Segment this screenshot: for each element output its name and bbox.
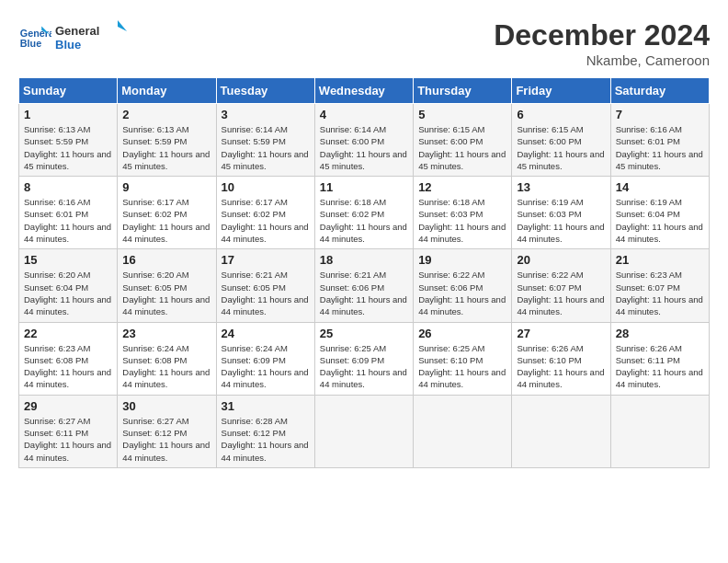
day-info: Sunrise: 6:15 AMSunset: 6:00 PMDaylight:… (418, 123, 506, 172)
calendar-cell: 18Sunrise: 6:21 AMSunset: 6:06 PMDayligh… (314, 249, 413, 322)
logo: General Blue General Blue (18, 18, 129, 59)
day-info: Sunrise: 6:21 AMSunset: 6:06 PMDaylight:… (320, 269, 408, 317)
day-info: Sunrise: 6:14 AMSunset: 5:59 PMDaylight:… (222, 123, 310, 172)
day-info: Sunrise: 6:27 AMSunset: 6:11 PMDaylight:… (24, 415, 112, 464)
day-number: 18 (320, 253, 408, 267)
svg-marker-6 (118, 20, 127, 31)
day-info: Sunrise: 6:13 AMSunset: 5:59 PMDaylight:… (122, 123, 210, 172)
calendar-cell: 25Sunrise: 6:25 AMSunset: 6:09 PMDayligh… (314, 322, 413, 395)
calendar-cell: 2Sunrise: 6:13 AMSunset: 5:59 PMDaylight… (118, 104, 216, 177)
day-number: 9 (122, 180, 210, 194)
calendar-row: 29Sunrise: 6:27 AMSunset: 6:11 PMDayligh… (19, 395, 710, 467)
calendar-table: Sunday Monday Tuesday Wednesday Thursday… (18, 77, 710, 468)
calendar-cell: 19Sunrise: 6:22 AMSunset: 6:06 PMDayligh… (414, 249, 512, 322)
col-wednesday: Wednesday (314, 78, 413, 104)
day-number: 8 (24, 180, 112, 194)
logo-icon: General Blue (18, 22, 51, 55)
day-number: 5 (418, 108, 506, 121)
day-info: Sunrise: 6:18 AMSunset: 6:02 PMDaylight:… (320, 196, 408, 245)
calendar-cell: 10Sunrise: 6:17 AMSunset: 6:02 PMDayligh… (216, 177, 314, 249)
calendar-cell: 13Sunrise: 6:19 AMSunset: 6:03 PMDayligh… (512, 177, 610, 249)
calendar-row: 1Sunrise: 6:13 AMSunset: 5:59 PMDaylight… (19, 104, 710, 177)
calendar-cell: 20Sunrise: 6:22 AMSunset: 6:07 PMDayligh… (512, 249, 610, 322)
calendar-cell: 27Sunrise: 6:26 AMSunset: 6:10 PMDayligh… (512, 322, 610, 395)
col-friday: Friday (512, 78, 610, 104)
day-info: Sunrise: 6:19 AMSunset: 6:03 PMDaylight:… (517, 196, 605, 245)
day-number: 13 (517, 180, 605, 194)
day-number: 21 (616, 253, 704, 267)
calendar-cell: 29Sunrise: 6:27 AMSunset: 6:11 PMDayligh… (19, 395, 118, 467)
page-header: General Blue General Blue December 2024 … (18, 18, 710, 68)
svg-text:General: General (55, 24, 99, 38)
calendar-cell: 15Sunrise: 6:20 AMSunset: 6:04 PMDayligh… (19, 249, 118, 322)
day-number: 24 (222, 327, 310, 340)
day-number: 25 (320, 327, 408, 340)
day-info: Sunrise: 6:26 AMSunset: 6:10 PMDaylight:… (517, 342, 605, 391)
day-info: Sunrise: 6:23 AMSunset: 6:08 PMDaylight:… (24, 342, 112, 391)
day-info: Sunrise: 6:22 AMSunset: 6:06 PMDaylight:… (418, 269, 506, 317)
calendar-cell (512, 395, 610, 467)
calendar-cell: 28Sunrise: 6:26 AMSunset: 6:11 PMDayligh… (610, 322, 709, 395)
day-number: 27 (517, 327, 605, 340)
day-info: Sunrise: 6:13 AMSunset: 5:59 PMDaylight:… (24, 123, 112, 172)
calendar-cell: 11Sunrise: 6:18 AMSunset: 6:02 PMDayligh… (314, 177, 413, 249)
day-number: 23 (122, 327, 210, 340)
calendar-cell: 4Sunrise: 6:14 AMSunset: 6:00 PMDaylight… (314, 104, 413, 177)
calendar-cell: 8Sunrise: 6:16 AMSunset: 6:01 PMDaylight… (19, 177, 118, 249)
calendar-cell: 30Sunrise: 6:27 AMSunset: 6:12 PMDayligh… (118, 395, 216, 467)
day-info: Sunrise: 6:27 AMSunset: 6:12 PMDaylight:… (122, 415, 210, 464)
day-number: 20 (517, 253, 605, 267)
calendar-body: 1Sunrise: 6:13 AMSunset: 5:59 PMDaylight… (19, 104, 710, 468)
day-info: Sunrise: 6:17 AMSunset: 6:02 PMDaylight:… (122, 196, 210, 245)
day-info: Sunrise: 6:16 AMSunset: 6:01 PMDaylight:… (24, 196, 112, 245)
day-number: 16 (122, 253, 210, 267)
day-number: 10 (222, 180, 310, 194)
day-info: Sunrise: 6:23 AMSunset: 6:07 PMDaylight:… (616, 269, 704, 317)
day-info: Sunrise: 6:26 AMSunset: 6:11 PMDaylight:… (616, 342, 704, 391)
calendar-cell: 23Sunrise: 6:24 AMSunset: 6:08 PMDayligh… (118, 322, 216, 395)
calendar-cell: 17Sunrise: 6:21 AMSunset: 6:05 PMDayligh… (216, 249, 314, 322)
day-info: Sunrise: 6:21 AMSunset: 6:05 PMDaylight:… (222, 269, 310, 317)
svg-text:Blue: Blue (20, 38, 41, 49)
calendar-cell: 1Sunrise: 6:13 AMSunset: 5:59 PMDaylight… (19, 104, 118, 177)
day-number: 31 (222, 399, 310, 413)
day-number: 1 (24, 108, 112, 121)
month-title: December 2024 (494, 18, 710, 52)
calendar-cell: 16Sunrise: 6:20 AMSunset: 6:05 PMDayligh… (118, 249, 216, 322)
day-number: 15 (24, 253, 112, 267)
calendar-cell: 21Sunrise: 6:23 AMSunset: 6:07 PMDayligh… (610, 249, 709, 322)
calendar-cell: 3Sunrise: 6:14 AMSunset: 5:59 PMDaylight… (216, 104, 314, 177)
day-number: 29 (24, 399, 112, 413)
day-number: 30 (122, 399, 210, 413)
day-info: Sunrise: 6:14 AMSunset: 6:00 PMDaylight:… (320, 123, 408, 172)
calendar-cell (314, 395, 413, 467)
day-info: Sunrise: 6:25 AMSunset: 6:09 PMDaylight:… (320, 342, 408, 391)
day-number: 17 (222, 253, 310, 267)
calendar-cell: 14Sunrise: 6:19 AMSunset: 6:04 PMDayligh… (610, 177, 709, 249)
calendar-cell: 9Sunrise: 6:17 AMSunset: 6:02 PMDaylight… (118, 177, 216, 249)
calendar-cell: 22Sunrise: 6:23 AMSunset: 6:08 PMDayligh… (19, 322, 118, 395)
day-info: Sunrise: 6:24 AMSunset: 6:08 PMDaylight:… (122, 342, 210, 391)
calendar-cell: 31Sunrise: 6:28 AMSunset: 6:12 PMDayligh… (216, 395, 314, 467)
calendar-cell: 26Sunrise: 6:25 AMSunset: 6:10 PMDayligh… (414, 322, 512, 395)
day-number: 11 (320, 180, 408, 194)
day-info: Sunrise: 6:16 AMSunset: 6:01 PMDaylight:… (616, 123, 704, 172)
day-number: 7 (616, 108, 704, 121)
day-number: 3 (222, 108, 310, 121)
day-number: 6 (517, 108, 605, 121)
title-block: December 2024 Nkambe, Cameroon (494, 18, 710, 68)
day-number: 2 (122, 108, 210, 121)
col-thursday: Thursday (414, 78, 512, 104)
day-number: 4 (320, 108, 408, 121)
calendar-header-row: Sunday Monday Tuesday Wednesday Thursday… (19, 78, 710, 104)
calendar-cell: 12Sunrise: 6:18 AMSunset: 6:03 PMDayligh… (414, 177, 512, 249)
col-sunday: Sunday (19, 78, 118, 104)
col-saturday: Saturday (610, 78, 709, 104)
calendar-row: 8Sunrise: 6:16 AMSunset: 6:01 PMDaylight… (19, 177, 710, 249)
day-info: Sunrise: 6:17 AMSunset: 6:02 PMDaylight:… (222, 196, 310, 245)
day-number: 22 (24, 327, 112, 340)
day-number: 12 (418, 180, 506, 194)
location-title: Nkambe, Cameroon (494, 52, 710, 68)
day-info: Sunrise: 6:25 AMSunset: 6:10 PMDaylight:… (418, 342, 506, 391)
day-info: Sunrise: 6:24 AMSunset: 6:09 PMDaylight:… (222, 342, 310, 391)
